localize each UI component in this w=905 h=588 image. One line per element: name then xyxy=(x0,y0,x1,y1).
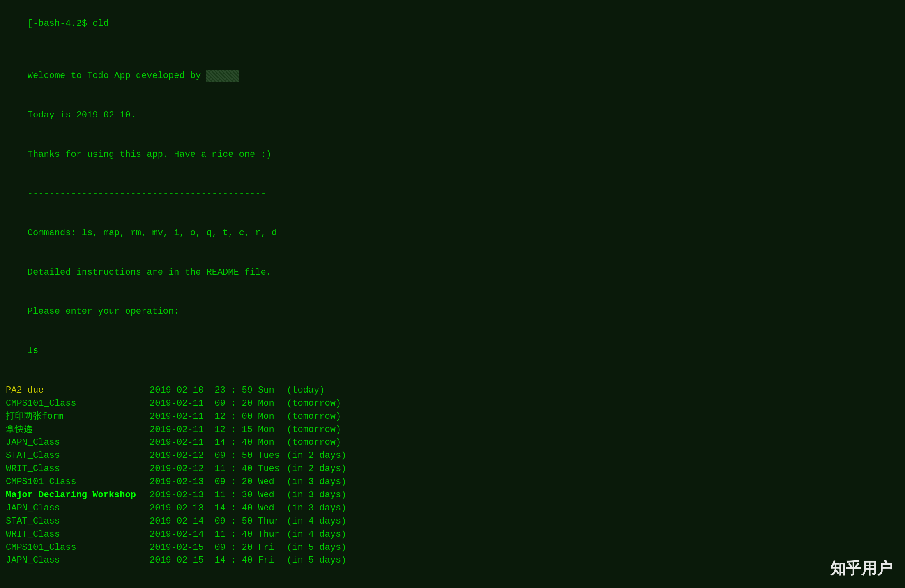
todo-date: 2019-02-12 xyxy=(150,462,214,475)
todo-name: JAPN_Class xyxy=(6,436,150,449)
todo-time: 23 : 59 xyxy=(214,384,258,397)
todo-day: Tues xyxy=(258,462,287,475)
todo-date: 2019-02-10 xyxy=(150,384,214,397)
todo-date: 2019-02-11 xyxy=(150,423,214,436)
enter-op-line: Please enter your operation: xyxy=(6,292,899,332)
todo-row: JAPN_Class2019-02-11 14 : 40 Mon (tomorr… xyxy=(6,436,899,449)
todo-date: 2019-02-11 xyxy=(150,436,214,449)
todo-row: Major Declaring Workshop2019-02-13 11 : … xyxy=(6,489,899,502)
commands-line-2: Commands: ls, map, rm, mv, i, o, q, t, c… xyxy=(6,580,899,588)
todo-time: 11 : 30 xyxy=(214,489,258,502)
todo-name: WRIT_Class xyxy=(6,462,150,475)
todo-row: JAPN_Class2019-02-15 14 : 40 Fri (in 5 d… xyxy=(6,554,899,567)
todo-row: STAT_Class2019-02-12 09 : 50 Tues (in 2 … xyxy=(6,449,899,462)
todo-name: CMPS101_Class xyxy=(6,397,150,410)
todo-name: PA2 due xyxy=(6,384,150,397)
user-input-1: ls xyxy=(6,331,899,371)
todo-day: Thur xyxy=(258,515,287,528)
todo-relative: (in 3 days) xyxy=(287,475,346,489)
todo-day: Fri xyxy=(258,541,287,554)
todo-relative: (in 4 days) xyxy=(287,515,346,528)
welcome-line2: Today is 2019-02-10. xyxy=(6,96,899,135)
todo-relative: (in 5 days) xyxy=(287,541,346,554)
todo-time: 12 : 00 xyxy=(214,410,258,423)
todo-day: Mon xyxy=(258,410,287,423)
todo-row: WRIT_Class2019-02-14 11 : 40 Thur (in 4 … xyxy=(6,528,899,541)
todo-relative: (in 4 days) xyxy=(287,528,346,541)
todo-name: 拿快递 xyxy=(6,423,150,436)
todo-day: Mon xyxy=(258,397,287,410)
todo-name: 打印两张form xyxy=(6,410,150,423)
welcome-text: Welcome to Todo App developed by xyxy=(28,71,207,81)
todo-time: 14 : 40 xyxy=(214,436,258,449)
todo-date: 2019-02-13 xyxy=(150,502,214,515)
todo-relative: (in 3 days) xyxy=(287,489,346,502)
todo-name: JAPN_Class xyxy=(6,554,150,567)
todo-relative: (today) xyxy=(287,384,325,397)
todo-date: 2019-02-12 xyxy=(150,449,214,462)
todo-relative: (in 2 days) xyxy=(287,462,346,475)
todo-date: 2019-02-14 xyxy=(150,515,214,528)
todo-name: CMPS101_Class xyxy=(6,541,150,554)
todo-time: 14 : 40 xyxy=(214,502,258,515)
todo-name: CMPS101_Class xyxy=(6,475,150,489)
todo-row: PA2 due2019-02-10 23 : 59 Sun (today) xyxy=(6,384,899,397)
todo-date: 2019-02-13 xyxy=(150,489,214,502)
todo-day: Mon xyxy=(258,436,287,449)
todo-date: 2019-02-15 xyxy=(150,541,214,554)
todo-day: Wed xyxy=(258,475,287,489)
todo-time: 09 : 50 xyxy=(214,515,258,528)
welcome-line1: Welcome to Todo App developed by xyxy=(6,57,899,96)
prompt: [-bash-4.2$ cld xyxy=(28,18,109,29)
todo-time: 09 : 20 xyxy=(214,475,258,489)
watermark: 知乎用户 xyxy=(830,557,893,580)
todo-relative: (tomorrow) xyxy=(287,436,341,449)
todo-day: Wed xyxy=(258,502,287,515)
prompt-line: [-bash-4.2$ cld xyxy=(6,4,899,44)
todo-row: CMPS101_Class2019-02-11 09 : 20 Mon (tom… xyxy=(6,397,899,410)
todo-day: Wed xyxy=(258,489,287,502)
readme-line: Detailed instructions are in the README … xyxy=(6,253,899,292)
todo-relative: (tomorrow) xyxy=(287,397,341,410)
todo-row: WRIT_Class2019-02-12 11 : 40 Tues (in 2 … xyxy=(6,462,899,475)
todo-time: 09 : 50 xyxy=(214,449,258,462)
todo-name: STAT_Class xyxy=(6,449,150,462)
todo-time: 09 : 20 xyxy=(214,541,258,554)
todo-time: 11 : 40 xyxy=(214,462,258,475)
todo-time: 09 : 20 xyxy=(214,397,258,410)
todo-name: JAPN_Class xyxy=(6,502,150,515)
todo-time: 12 : 15 xyxy=(214,423,258,436)
todo-row: JAPN_Class2019-02-13 14 : 40 Wed (in 3 d… xyxy=(6,502,899,515)
todo-row: CMPS101_Class2019-02-13 09 : 20 Wed (in … xyxy=(6,475,899,489)
commands-line: Commands: ls, map, rm, mv, i, o, q, t, c… xyxy=(6,214,899,253)
todo-relative: (tomorrow) xyxy=(287,423,341,436)
todo-date: 2019-02-11 xyxy=(150,410,214,423)
welcome-line3: Thanks for using this app. Have a nice o… xyxy=(6,135,899,175)
todo-name: Major Declaring Workshop xyxy=(6,489,150,502)
todo-time: 11 : 40 xyxy=(214,528,258,541)
todo-day: Tues xyxy=(258,449,287,462)
todo-day: Sun xyxy=(258,384,287,397)
todo-date: 2019-02-14 xyxy=(150,528,214,541)
todo-date: 2019-02-13 xyxy=(150,475,214,489)
todo-list: PA2 due2019-02-10 23 : 59 Sun (today)CMP… xyxy=(6,384,899,567)
todo-relative: (in 3 days) xyxy=(287,502,346,515)
todo-relative: (tomorrow) xyxy=(287,410,341,423)
todo-day: Fri xyxy=(258,554,287,567)
todo-day: Mon xyxy=(258,423,287,436)
todo-name: WRIT_Class xyxy=(6,528,150,541)
todo-row: 打印两张form2019-02-11 12 : 00 Mon (tomorrow… xyxy=(6,410,899,423)
todo-row: CMPS101_Class2019-02-15 09 : 20 Fri (in … xyxy=(6,541,899,554)
todo-date: 2019-02-11 xyxy=(150,397,214,410)
separator-line: ----------------------------------------… xyxy=(6,175,899,214)
todo-time: 14 : 40 xyxy=(214,554,258,567)
blurred-username xyxy=(206,70,239,82)
todo-date: 2019-02-15 xyxy=(150,554,214,567)
todo-row: 拿快递2019-02-11 12 : 15 Mon (tomorrow) xyxy=(6,423,899,436)
todo-row: STAT_Class2019-02-14 09 : 50 Thur (in 4 … xyxy=(6,515,899,528)
terminal: [-bash-4.2$ cld Welcome to Todo App deve… xyxy=(6,4,899,588)
todo-relative: (in 5 days) xyxy=(287,554,346,567)
todo-name: STAT_Class xyxy=(6,515,150,528)
todo-relative: (in 2 days) xyxy=(287,449,346,462)
todo-day: Thur xyxy=(258,528,287,541)
